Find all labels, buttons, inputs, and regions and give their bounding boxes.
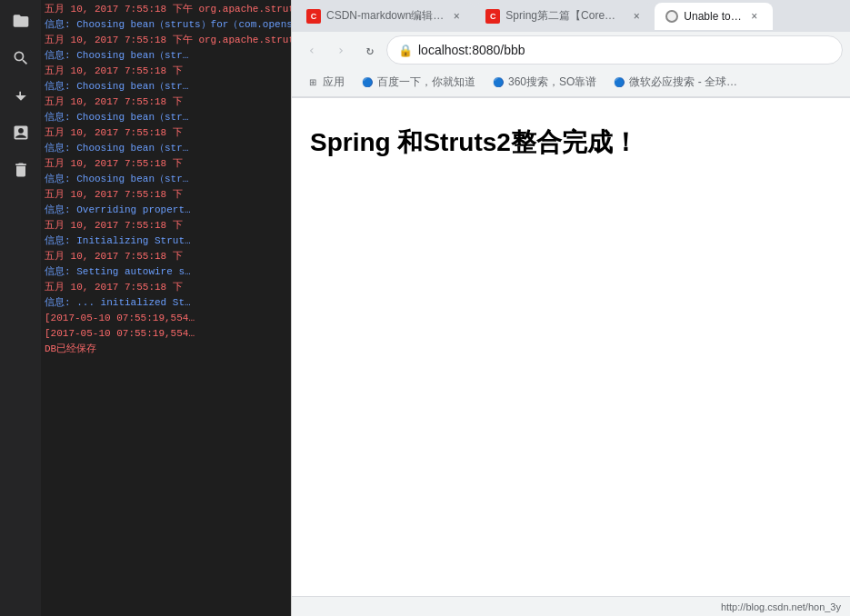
delete-icon[interactable] [5, 154, 37, 186]
console-line: 五月 10, 2017 7:55:18 下 [41, 280, 291, 295]
console-line: 五月 10, 2017 7:55:18 下 [41, 187, 291, 203]
bookmark-apps[interactable]: ⊞ 应用 [299, 72, 352, 94]
bookmark-bing-label: 微软必应搜索 - 全球… [629, 75, 737, 90]
tab-spring-close[interactable]: × [629, 9, 644, 24]
console-line: 信息: Setting autowire s… [41, 264, 291, 280]
console-line: 信息: Choosing bean（str… [41, 79, 291, 94]
spring-favicon: C [485, 9, 500, 24]
page-heading: Spring 和Struts2整合完成！ [310, 125, 832, 160]
back-button[interactable]: ‹ [299, 37, 325, 63]
git-icon[interactable] [5, 79, 37, 112]
apps-favicon: ⊞ [306, 76, 319, 89]
status-bar: http://blog.csdn.net/hon_3y [292, 596, 850, 616]
tab-unable-close[interactable]: × [747, 9, 762, 24]
console-line: 信息: Choosing bean（str… [41, 48, 291, 64]
file-explorer-icon[interactable] [5, 5, 37, 37]
tab-spring[interactable]: C Spring第二篇【Core模… × [475, 3, 655, 30]
ide-sidebar [0, 0, 41, 616]
unable-favicon [665, 10, 678, 23]
tab-csdn-close[interactable]: × [449, 9, 464, 24]
console-line: 信息: Choosing bean（str… [41, 110, 291, 125]
forward-button[interactable]: › [328, 37, 354, 63]
bing-favicon: 🔵 [613, 76, 625, 89]
tab-unable-label: Unable to… [684, 10, 741, 23]
bookmark-apps-label: 应用 [323, 75, 345, 90]
console-line: 五月 10, 2017 7:55:18 下 [41, 125, 291, 141]
console-line: 五月 10, 2017 7:55:18 下 [41, 218, 291, 233]
bookmark-baidu[interactable]: 🔵 百度一下，你就知道 [354, 72, 483, 94]
console-area: 五月 10, 2017 7:55:18 下午 org.apache.struts… [41, 0, 291, 616]
360-favicon: 🔵 [492, 76, 505, 89]
tab-unable[interactable]: Unable to… × [655, 3, 772, 30]
baidu-favicon: 🔵 [361, 76, 374, 89]
bookmark-bing[interactable]: 🔵 微软必应搜索 - 全球… [605, 72, 745, 94]
left-panel: 五月 10, 2017 7:55:18 下午 org.apache.struts… [0, 0, 291, 616]
console-line: 信息: Choosing bean（str… [41, 172, 291, 187]
console-line: 五月 10, 2017 7:55:18 下 [41, 249, 291, 264]
url-bar[interactable]: 🔒 localhost:8080/bbb [386, 35, 843, 65]
tab-bar: C CSDN-markdown编辑… × C Spring第二篇【Core模… … [292, 0, 850, 32]
console-line: 五月 10, 2017 7:55:18 下 [41, 94, 291, 110]
bookmark-baidu-label: 百度一下，你就知道 [377, 75, 475, 90]
console-line: 五月 10, 2017 7:55:18 下 [41, 156, 291, 172]
status-url: http://blog.csdn.net/hon_3y [721, 601, 841, 612]
console-line: DB已经保存 [41, 342, 291, 357]
tab-spring-label: Spring第二篇【Core模… [505, 8, 624, 24]
bookmark-360[interactable]: 🔵 360搜索，SO靠谱 [485, 72, 604, 94]
console-line: 信息: Initializing Strut… [41, 233, 291, 249]
bookmark-360-label: 360搜索，SO靠谱 [508, 75, 596, 90]
console-line: 信息: Choosing bean（str… [41, 141, 291, 156]
csdn-favicon: C [306, 9, 321, 24]
browser-panel: C CSDN-markdown编辑… × C Spring第二篇【Core模… … [291, 0, 850, 616]
search-sidebar-icon[interactable] [5, 42, 37, 75]
console-line: [2017-05-10 07:55:19,554… [41, 311, 291, 326]
browser-content: Spring 和Struts2整合完成！ [292, 98, 850, 596]
reload-button[interactable]: ↻ [357, 37, 383, 63]
lock-icon: 🔒 [398, 44, 413, 57]
console-line: 五月 10, 2017 7:55:18 下午 org.apache.struts… [41, 33, 291, 48]
console-line: 信息: Overriding propert… [41, 203, 291, 218]
console-line: 信息: Choosing bean（struts）for（com.opensym… [41, 17, 291, 33]
tab-csdn-label: CSDN-markdown编辑… [326, 8, 444, 24]
console-line: 五月 10, 2017 7:55:18 下午 org.apache.struts… [41, 2, 291, 17]
bookmarks-bar: ⊞ 应用 🔵 百度一下，你就知道 🔵 360搜索，SO靠谱 🔵 微软必应搜索 -… [292, 68, 850, 97]
url-text: localhost:8080/bbb [418, 43, 525, 57]
console-line: 信息: ... initialized St… [41, 295, 291, 311]
tab-csdn[interactable]: C CSDN-markdown编辑… × [295, 3, 475, 30]
console-line: 五月 10, 2017 7:55:18 下 [41, 64, 291, 79]
browser-chrome: C CSDN-markdown编辑… × C Spring第二篇【Core模… … [292, 0, 850, 98]
debug-icon[interactable] [5, 116, 37, 149]
address-bar: ‹ › ↻ 🔒 localhost:8080/bbb [292, 32, 850, 68]
console-line: [2017-05-10 07:55:19,554… [41, 326, 291, 342]
